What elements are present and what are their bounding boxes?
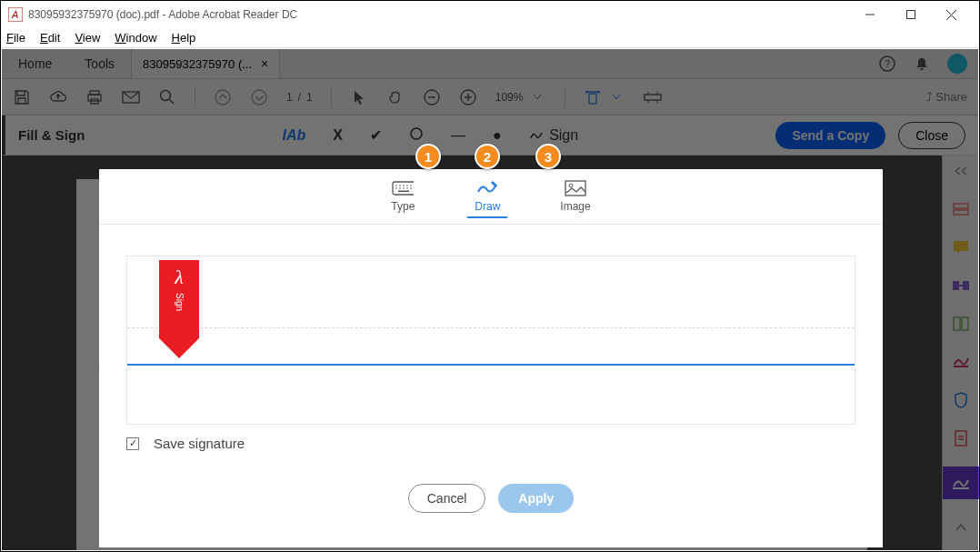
title-bar: A 83095932375970 (doc).pdf - Adobe Acrob… <box>1 1 979 28</box>
keyboard-icon <box>392 180 414 196</box>
app-icon: A <box>8 7 23 22</box>
menu-help[interactable]: Help <box>172 31 196 45</box>
svg-point-43 <box>410 185 412 186</box>
adobe-logo-icon: λ <box>175 266 184 289</box>
menu-bar: File Edit View Window Help <box>1 28 979 48</box>
cancel-button[interactable]: Cancel <box>408 484 486 513</box>
svg-point-46 <box>403 187 405 189</box>
callout-badge-3: 3 <box>535 144 561 169</box>
callout-badge-1: 1 <box>415 144 441 169</box>
window-title: 83095932375970 (doc).pdf - Adobe Acrobat… <box>28 8 297 21</box>
svg-point-44 <box>395 187 397 189</box>
svg-point-41 <box>403 185 405 186</box>
svg-rect-3 <box>906 11 915 19</box>
signature-dialog: Type Draw Image λ Sign ✓ Save signature … <box>99 169 883 547</box>
window-close-button[interactable] <box>931 1 972 28</box>
tab-image-label: Image <box>560 200 590 213</box>
save-signature-checkbox[interactable]: ✓ <box>126 437 139 450</box>
svg-point-51 <box>569 184 573 187</box>
maximize-button[interactable] <box>890 1 931 28</box>
tab-draw-label: Draw <box>475 200 500 213</box>
svg-point-40 <box>399 185 401 186</box>
tab-type[interactable]: Type <box>384 176 422 216</box>
dialog-tabs: Type Draw Image <box>99 169 883 225</box>
tab-image[interactable]: Image <box>553 176 597 216</box>
tab-type-label: Type <box>391 200 415 213</box>
signature-canvas[interactable]: λ Sign <box>126 256 855 425</box>
draw-icon <box>476 180 498 196</box>
guide-line-dashed <box>127 327 855 328</box>
image-icon <box>565 180 586 196</box>
menu-view[interactable]: View <box>75 31 100 45</box>
save-signature-label: Save signature <box>154 436 245 451</box>
baseline <box>127 364 855 366</box>
svg-point-39 <box>395 185 397 186</box>
svg-point-45 <box>399 187 401 189</box>
menu-file[interactable]: File <box>6 31 25 45</box>
svg-point-48 <box>410 187 412 189</box>
save-signature-row: ✓ Save signature <box>126 436 883 451</box>
sign-here-pointer: λ Sign <box>159 260 199 360</box>
menu-edit[interactable]: Edit <box>40 31 60 45</box>
pointer-label: Sign <box>175 293 185 311</box>
svg-point-42 <box>406 185 408 186</box>
tab-draw[interactable]: Draw <box>467 176 507 218</box>
minimize-button[interactable] <box>849 1 890 28</box>
svg-rect-49 <box>398 191 409 193</box>
callout-badge-2: 2 <box>475 144 500 169</box>
svg-point-47 <box>406 187 408 189</box>
svg-text:A: A <box>11 9 18 20</box>
menu-window[interactable]: Window <box>115 31 156 45</box>
apply-button[interactable]: Apply <box>498 484 574 513</box>
